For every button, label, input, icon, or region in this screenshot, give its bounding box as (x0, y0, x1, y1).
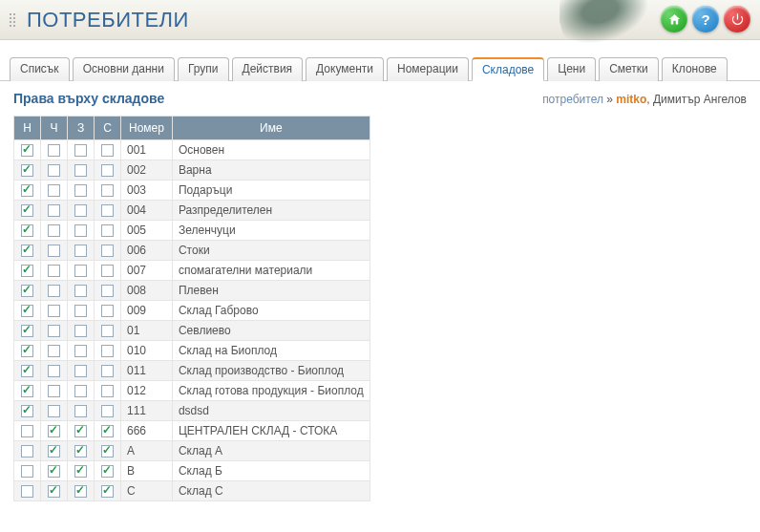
checkbox[interactable] (101, 345, 114, 357)
tab-6[interactable]: Складове (472, 57, 544, 81)
checkbox[interactable] (74, 385, 87, 397)
checkbox[interactable] (48, 245, 60, 257)
checkbox[interactable] (21, 385, 33, 397)
checkbox[interactable] (74, 285, 87, 297)
checkbox[interactable] (74, 164, 87, 177)
checkbox[interactable] (48, 365, 60, 377)
tab-2[interactable]: Групи (178, 57, 229, 81)
cell-name: Склад Б (172, 461, 369, 481)
checkbox[interactable] (48, 285, 60, 297)
checkbox[interactable] (74, 485, 87, 498)
checkbox[interactable] (48, 325, 60, 337)
checkbox[interactable] (48, 385, 60, 397)
table-row: AСклад А (14, 441, 370, 461)
home-button[interactable] (661, 6, 687, 32)
checkbox[interactable] (101, 144, 114, 157)
checkbox[interactable] (21, 465, 33, 478)
checkbox[interactable] (48, 184, 60, 197)
tab-5[interactable]: Номерации (387, 57, 469, 81)
checkbox[interactable] (101, 405, 114, 417)
checkbox[interactable] (21, 184, 33, 197)
tab-1[interactable]: Основни данни (73, 57, 175, 81)
checkbox[interactable] (74, 405, 87, 417)
checkbox[interactable] (21, 405, 33, 417)
checkbox[interactable] (74, 204, 87, 217)
checkbox[interactable] (101, 325, 114, 337)
tab-8[interactable]: Сметки (599, 57, 659, 81)
checkbox[interactable] (74, 365, 87, 377)
checkbox[interactable] (74, 265, 87, 277)
checkbox[interactable] (21, 265, 33, 277)
home-icon (667, 12, 682, 27)
checkbox[interactable] (74, 465, 87, 478)
tab-0[interactable]: Списък (10, 57, 70, 81)
checkbox[interactable] (101, 265, 114, 277)
checkbox[interactable] (21, 224, 33, 237)
checkbox[interactable] (21, 144, 33, 157)
tab-3[interactable]: Действия (232, 57, 304, 81)
checkbox[interactable] (21, 305, 33, 317)
checkbox[interactable] (101, 164, 114, 177)
cell-n (14, 261, 41, 281)
checkbox[interactable] (74, 445, 87, 458)
cell-name: Склад Габрово (172, 301, 369, 321)
checkbox[interactable] (48, 204, 60, 217)
checkbox[interactable] (21, 345, 33, 357)
checkbox[interactable] (101, 485, 114, 498)
checkbox[interactable] (21, 445, 33, 458)
checkbox[interactable] (21, 485, 33, 498)
checkbox[interactable] (21, 204, 33, 217)
checkbox[interactable] (101, 305, 114, 317)
checkbox[interactable] (101, 224, 114, 237)
checkbox[interactable] (101, 385, 114, 397)
checkbox[interactable] (48, 345, 60, 357)
checkbox[interactable] (48, 445, 60, 458)
checkbox[interactable] (74, 184, 87, 197)
checkbox[interactable] (101, 425, 114, 437)
checkbox[interactable] (21, 245, 33, 257)
tab-4[interactable]: Документи (306, 57, 384, 81)
checkbox[interactable] (48, 224, 60, 237)
checkbox[interactable] (21, 285, 33, 297)
checkbox[interactable] (21, 325, 33, 337)
checkbox[interactable] (101, 204, 114, 217)
tab-7[interactable]: Цени (547, 57, 596, 81)
checkbox[interactable] (74, 325, 87, 337)
checkbox[interactable] (101, 184, 114, 197)
checkbox[interactable] (48, 305, 60, 317)
table-row: 007спомагателни материали (14, 261, 370, 281)
tab-9[interactable]: Клонове (662, 57, 728, 81)
checkbox[interactable] (48, 144, 60, 157)
checkbox[interactable] (48, 265, 60, 277)
col-header[interactable]: Номер (121, 117, 173, 140)
checkbox[interactable] (48, 465, 60, 478)
checkbox[interactable] (74, 345, 87, 357)
col-header[interactable]: Н (14, 117, 41, 140)
logout-button[interactable] (724, 6, 750, 32)
checkbox[interactable] (74, 224, 87, 237)
checkbox[interactable] (48, 405, 60, 417)
checkbox[interactable] (101, 365, 114, 377)
checkbox[interactable] (21, 164, 33, 177)
checkbox[interactable] (48, 425, 60, 437)
checkbox[interactable] (74, 425, 87, 437)
user-login[interactable]: mitko (616, 93, 646, 106)
checkbox[interactable] (74, 245, 87, 257)
checkbox[interactable] (74, 144, 87, 157)
checkbox[interactable] (101, 465, 114, 478)
checkbox[interactable] (101, 445, 114, 458)
checkbox[interactable] (101, 245, 114, 257)
checkbox[interactable] (21, 365, 33, 377)
checkbox[interactable] (21, 425, 33, 437)
checkbox[interactable] (48, 485, 60, 498)
col-header[interactable]: Ч (41, 117, 68, 140)
checkbox[interactable] (101, 285, 114, 297)
table-row: CСклад С (14, 481, 370, 501)
col-header[interactable]: С (95, 117, 121, 140)
col-header[interactable]: Име (172, 117, 369, 140)
col-header[interactable]: З (68, 117, 95, 140)
checkbox[interactable] (48, 164, 60, 177)
checkbox[interactable] (74, 305, 87, 317)
help-button[interactable]: ? (692, 6, 719, 32)
cell-z (68, 381, 95, 401)
